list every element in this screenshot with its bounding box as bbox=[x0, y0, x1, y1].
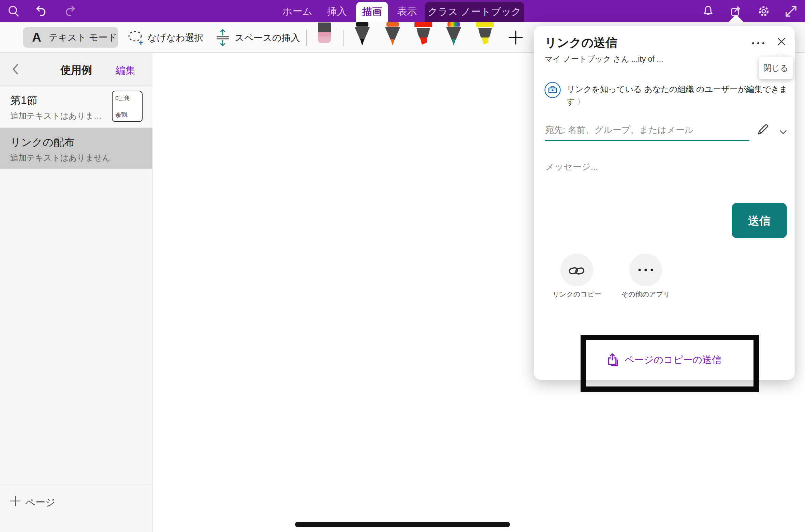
chevron-down-icon[interactable] bbox=[778, 127, 788, 137]
page-title: リンクの配布 bbox=[10, 135, 75, 150]
lasso-icon[interactable] bbox=[127, 29, 144, 46]
recipients-underline bbox=[545, 140, 749, 141]
orange-pen-tool[interactable] bbox=[383, 22, 402, 45]
plus-icon bbox=[10, 495, 21, 507]
tab-insert[interactable]: 挿入 bbox=[321, 0, 353, 22]
thumbnail-handwriting: 0三角 bbox=[113, 94, 142, 103]
notebook-subtitle: マイ ノートブック さん ...ity of ... bbox=[545, 54, 663, 64]
copy-link-label: リンクのコピー bbox=[544, 290, 609, 299]
more-apps-button[interactable] bbox=[629, 254, 662, 286]
recipients-input[interactable]: 宛先: 名前、グループ、またはメール bbox=[545, 124, 693, 136]
message-input[interactable]: メッセージ... bbox=[545, 161, 598, 173]
home-indicator[interactable] bbox=[295, 522, 510, 527]
copy-link-button[interactable] bbox=[560, 254, 593, 286]
yellow-highlighter-tool[interactable] bbox=[475, 22, 495, 45]
more-apps-label: その他のアプリ bbox=[613, 290, 678, 299]
tab-class-notebook[interactable]: クラス ノートブック bbox=[425, 2, 524, 22]
lasso-label[interactable]: なげなわ選択 bbox=[147, 22, 204, 53]
tab-draw[interactable]: 描画 bbox=[356, 2, 388, 22]
page-list-item-selected[interactable]: リンクの配布 追加テキストはありません bbox=[0, 128, 152, 169]
send-link-dialog: リンクの送信 マイ ノートブック さん ...ity of ... リンクを知っ… bbox=[534, 26, 795, 380]
add-page-button[interactable]: ページ bbox=[0, 485, 152, 532]
tab-view[interactable]: 表示 bbox=[392, 0, 422, 22]
top-app-bar: ホーム 挿入 描画 表示 クラス ノートブック bbox=[0, 0, 805, 22]
page-thumbnail: 0三角 余割. bbox=[112, 91, 143, 122]
expand-icon[interactable] bbox=[784, 4, 798, 18]
search-icon[interactable] bbox=[7, 4, 20, 18]
close-tooltip: 閉じる bbox=[759, 57, 793, 79]
add-page-label: ページ bbox=[25, 496, 55, 510]
permission-text[interactable]: リンクを知っている あなたの組織 のユーザーが編集できます 〉 bbox=[567, 83, 793, 108]
insert-space-label[interactable]: スペースの挿入 bbox=[235, 22, 300, 53]
redo-icon[interactable] bbox=[63, 4, 77, 18]
sidebar-header: 使用例 編集 bbox=[0, 53, 152, 86]
organization-permission-icon[interactable] bbox=[544, 81, 561, 98]
text-mode-button[interactable]: A テキスト モード bbox=[23, 27, 118, 48]
text-mode-icon: A bbox=[32, 30, 41, 45]
page-subtitle: 追加テキストはありま… bbox=[10, 110, 102, 121]
eraser-tool[interactable] bbox=[317, 22, 332, 44]
bell-icon[interactable] bbox=[701, 4, 715, 18]
page-list-item[interactable]: 第1節 追加テキストはありま… 0三角 余割. bbox=[0, 86, 152, 127]
red-highlighter-tool[interactable] bbox=[413, 22, 434, 45]
undo-icon[interactable] bbox=[34, 4, 48, 18]
add-pen-button[interactable] bbox=[508, 30, 524, 45]
tab-home[interactable]: ホーム bbox=[280, 0, 314, 22]
page-list-sidebar: 使用例 編集 第1節 追加テキストはありま… 0三角 余割. リンクの配布 追加… bbox=[0, 53, 152, 532]
thumbnail-handwriting: 余割. bbox=[113, 110, 142, 119]
rainbow-pen-tool[interactable] bbox=[444, 22, 463, 45]
black-pen-tool[interactable] bbox=[353, 22, 372, 45]
send-button[interactable]: 送信 bbox=[732, 203, 787, 238]
dialog-title: リンクの送信 bbox=[545, 35, 617, 51]
page-subtitle: 追加テキストはありません bbox=[10, 152, 111, 163]
annotation-highlight-box bbox=[581, 335, 759, 392]
text-mode-label: テキスト モード bbox=[49, 31, 117, 44]
edit-button[interactable]: 編集 bbox=[116, 64, 135, 77]
close-icon[interactable] bbox=[776, 36, 787, 47]
permission-text-body: リンクを知っている あなたの組織 のユーザーが編集できます bbox=[567, 85, 788, 106]
gear-icon[interactable] bbox=[757, 4, 771, 18]
insert-space-icon[interactable] bbox=[215, 29, 231, 46]
more-options-icon[interactable] bbox=[751, 41, 766, 46]
app-window: ホーム 挿入 描画 表示 クラス ノートブック bbox=[0, 0, 805, 532]
toolbar-divider bbox=[306, 30, 307, 46]
page-title: 第1節 bbox=[10, 93, 37, 108]
edit-pencil-icon[interactable] bbox=[756, 122, 770, 137]
toolbar-divider bbox=[343, 30, 343, 46]
chevron-right-icon: 〉 bbox=[577, 97, 585, 106]
